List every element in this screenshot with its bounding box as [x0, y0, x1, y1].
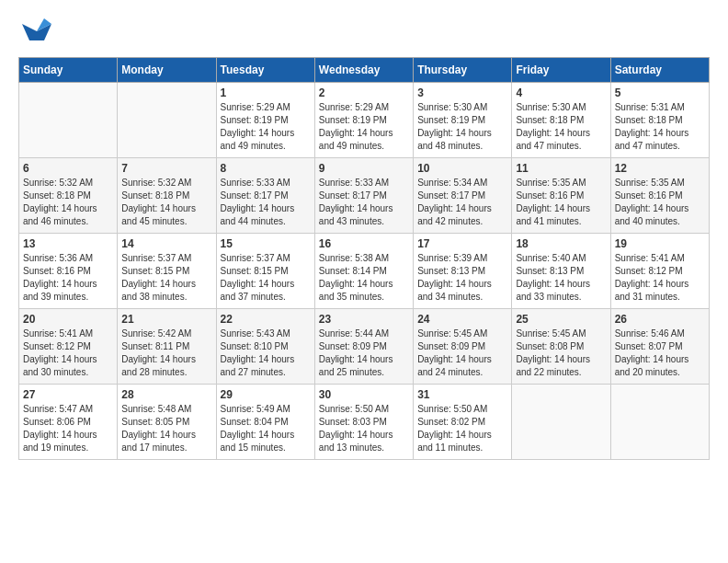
- day-info: Sunrise: 5:36 AMSunset: 8:16 PMDaylight:…: [23, 252, 113, 304]
- calendar-cell: 9 Sunrise: 5:33 AMSunset: 8:17 PMDayligh…: [314, 158, 413, 234]
- day-info: Sunrise: 5:33 AMSunset: 8:17 PMDaylight:…: [221, 177, 311, 228]
- calendar-cell: 6 Sunrise: 5:32 AMSunset: 8:18 PMDayligh…: [19, 158, 118, 234]
- calendar-cell: 3 Sunrise: 5:30 AMSunset: 8:19 PMDayligh…: [414, 83, 512, 158]
- day-number: 17: [417, 237, 507, 250]
- day-number: 2: [319, 86, 409, 99]
- day-info: Sunrise: 5:43 AMSunset: 8:10 PMDaylight:…: [221, 327, 311, 379]
- day-info: Sunrise: 5:33 AMSunset: 8:17 PMDaylight:…: [319, 177, 409, 228]
- header-day: Wednesday: [314, 58, 413, 83]
- day-number: 26: [615, 313, 705, 326]
- calendar-cell: 28 Sunrise: 5:48 AMSunset: 8:05 PMDaylig…: [118, 385, 216, 460]
- day-number: 27: [23, 388, 113, 401]
- calendar-week: 13 Sunrise: 5:36 AMSunset: 8:16 PMDaylig…: [19, 234, 710, 309]
- day-number: 29: [221, 388, 311, 401]
- header-day: Friday: [512, 58, 610, 83]
- day-info: Sunrise: 5:46 AMSunset: 8:07 PMDaylight:…: [615, 327, 705, 379]
- day-number: 12: [615, 162, 705, 175]
- day-number: 9: [319, 162, 409, 175]
- header: [18, 15, 710, 44]
- calendar-cell: 25 Sunrise: 5:45 AMSunset: 8:08 PMDaylig…: [512, 309, 610, 385]
- day-info: Sunrise: 5:31 AMSunset: 8:18 PMDaylight:…: [615, 101, 705, 153]
- header-day: Saturday: [610, 58, 709, 83]
- day-info: Sunrise: 5:34 AMSunset: 8:17 PMDaylight:…: [417, 177, 507, 228]
- logo: [18, 15, 51, 44]
- day-info: Sunrise: 5:50 AMSunset: 8:02 PMDaylight:…: [417, 403, 507, 454]
- day-info: Sunrise: 5:32 AMSunset: 8:18 PMDaylight:…: [23, 177, 113, 228]
- day-number: 18: [516, 237, 606, 250]
- day-number: 16: [319, 237, 409, 250]
- svg-marker-0: [22, 24, 51, 40]
- day-info: Sunrise: 5:32 AMSunset: 8:18 PMDaylight:…: [121, 177, 211, 228]
- calendar-cell: [610, 385, 709, 460]
- day-info: Sunrise: 5:41 AMSunset: 8:12 PMDaylight:…: [23, 327, 113, 379]
- day-number: 31: [417, 388, 507, 401]
- calendar-cell: 10 Sunrise: 5:34 AMSunset: 8:17 PMDaylig…: [414, 158, 512, 234]
- calendar-cell: 18 Sunrise: 5:40 AMSunset: 8:13 PMDaylig…: [512, 234, 610, 309]
- day-info: Sunrise: 5:35 AMSunset: 8:16 PMDaylight:…: [516, 177, 606, 228]
- calendar-cell: 16 Sunrise: 5:38 AMSunset: 8:14 PMDaylig…: [314, 234, 413, 309]
- day-info: Sunrise: 5:35 AMSunset: 8:16 PMDaylight:…: [615, 177, 705, 228]
- day-number: 14: [121, 237, 211, 250]
- day-number: 20: [23, 313, 113, 326]
- page: SundayMondayTuesdayWednesdayThursdayFrid…: [0, 0, 728, 563]
- calendar-cell: 23 Sunrise: 5:44 AMSunset: 8:09 PMDaylig…: [314, 309, 413, 385]
- day-info: Sunrise: 5:41 AMSunset: 8:12 PMDaylight:…: [615, 252, 705, 304]
- calendar-week: 20 Sunrise: 5:41 AMSunset: 8:12 PMDaylig…: [19, 309, 710, 385]
- calendar-week: 1 Sunrise: 5:29 AMSunset: 8:19 PMDayligh…: [19, 83, 710, 158]
- day-info: Sunrise: 5:38 AMSunset: 8:14 PMDaylight:…: [319, 252, 409, 304]
- calendar-cell: 5 Sunrise: 5:31 AMSunset: 8:18 PMDayligh…: [610, 83, 709, 158]
- calendar-cell: 13 Sunrise: 5:36 AMSunset: 8:16 PMDaylig…: [19, 234, 118, 309]
- calendar-cell: 7 Sunrise: 5:32 AMSunset: 8:18 PMDayligh…: [118, 158, 216, 234]
- day-info: Sunrise: 5:48 AMSunset: 8:05 PMDaylight:…: [121, 403, 211, 454]
- day-number: 8: [221, 162, 311, 175]
- day-info: Sunrise: 5:39 AMSunset: 8:13 PMDaylight:…: [417, 252, 507, 304]
- header-day: Thursday: [414, 58, 512, 83]
- day-number: 4: [516, 86, 606, 99]
- day-number: 25: [516, 313, 606, 326]
- header-day: Monday: [118, 58, 216, 83]
- day-info: Sunrise: 5:49 AMSunset: 8:04 PMDaylight:…: [221, 403, 311, 454]
- day-info: Sunrise: 5:45 AMSunset: 8:09 PMDaylight:…: [417, 327, 507, 379]
- calendar-cell: 31 Sunrise: 5:50 AMSunset: 8:02 PMDaylig…: [414, 385, 512, 460]
- calendar-cell: 11 Sunrise: 5:35 AMSunset: 8:16 PMDaylig…: [512, 158, 610, 234]
- logo-icon: [22, 15, 51, 44]
- day-info: Sunrise: 5:40 AMSunset: 8:13 PMDaylight:…: [516, 252, 606, 304]
- calendar-cell: 2 Sunrise: 5:29 AMSunset: 8:19 PMDayligh…: [314, 83, 413, 158]
- day-info: Sunrise: 5:29 AMSunset: 8:19 PMDaylight:…: [319, 101, 409, 153]
- calendar-cell: 20 Sunrise: 5:41 AMSunset: 8:12 PMDaylig…: [19, 309, 118, 385]
- day-number: 11: [516, 162, 606, 175]
- day-info: Sunrise: 5:50 AMSunset: 8:03 PMDaylight:…: [319, 403, 409, 454]
- header-day: Sunday: [19, 58, 118, 83]
- day-number: 10: [417, 162, 507, 175]
- day-number: 5: [615, 86, 705, 99]
- calendar-cell: 27 Sunrise: 5:47 AMSunset: 8:06 PMDaylig…: [19, 385, 118, 460]
- calendar-table: SundayMondayTuesdayWednesdayThursdayFrid…: [18, 57, 710, 460]
- day-number: 23: [319, 313, 409, 326]
- header-row: SundayMondayTuesdayWednesdayThursdayFrid…: [19, 58, 710, 83]
- day-number: 13: [23, 237, 113, 250]
- day-number: 30: [319, 388, 409, 401]
- day-info: Sunrise: 5:37 AMSunset: 8:15 PMDaylight:…: [221, 252, 311, 304]
- day-info: Sunrise: 5:47 AMSunset: 8:06 PMDaylight:…: [23, 403, 113, 454]
- day-info: Sunrise: 5:30 AMSunset: 8:19 PMDaylight:…: [417, 101, 507, 153]
- calendar-cell: 8 Sunrise: 5:33 AMSunset: 8:17 PMDayligh…: [216, 158, 314, 234]
- day-number: 6: [23, 162, 113, 175]
- calendar-cell: 24 Sunrise: 5:45 AMSunset: 8:09 PMDaylig…: [414, 309, 512, 385]
- day-number: 19: [615, 237, 705, 250]
- day-number: 15: [221, 237, 311, 250]
- calendar-cell: 15 Sunrise: 5:37 AMSunset: 8:15 PMDaylig…: [216, 234, 314, 309]
- day-number: 24: [417, 313, 507, 326]
- calendar-cell: 1 Sunrise: 5:29 AMSunset: 8:19 PMDayligh…: [216, 83, 314, 158]
- day-info: Sunrise: 5:29 AMSunset: 8:19 PMDaylight:…: [221, 101, 311, 153]
- calendar-cell: 22 Sunrise: 5:43 AMSunset: 8:10 PMDaylig…: [216, 309, 314, 385]
- day-info: Sunrise: 5:44 AMSunset: 8:09 PMDaylight:…: [319, 327, 409, 379]
- calendar-cell: 30 Sunrise: 5:50 AMSunset: 8:03 PMDaylig…: [314, 385, 413, 460]
- calendar-cell: 19 Sunrise: 5:41 AMSunset: 8:12 PMDaylig…: [610, 234, 709, 309]
- day-number: 1: [221, 86, 311, 99]
- calendar-cell: 26 Sunrise: 5:46 AMSunset: 8:07 PMDaylig…: [610, 309, 709, 385]
- calendar-cell: [118, 83, 216, 158]
- day-info: Sunrise: 5:42 AMSunset: 8:11 PMDaylight:…: [121, 327, 211, 379]
- calendar-week: 27 Sunrise: 5:47 AMSunset: 8:06 PMDaylig…: [19, 385, 710, 460]
- calendar-cell: 12 Sunrise: 5:35 AMSunset: 8:16 PMDaylig…: [610, 158, 709, 234]
- day-info: Sunrise: 5:30 AMSunset: 8:18 PMDaylight:…: [516, 101, 606, 153]
